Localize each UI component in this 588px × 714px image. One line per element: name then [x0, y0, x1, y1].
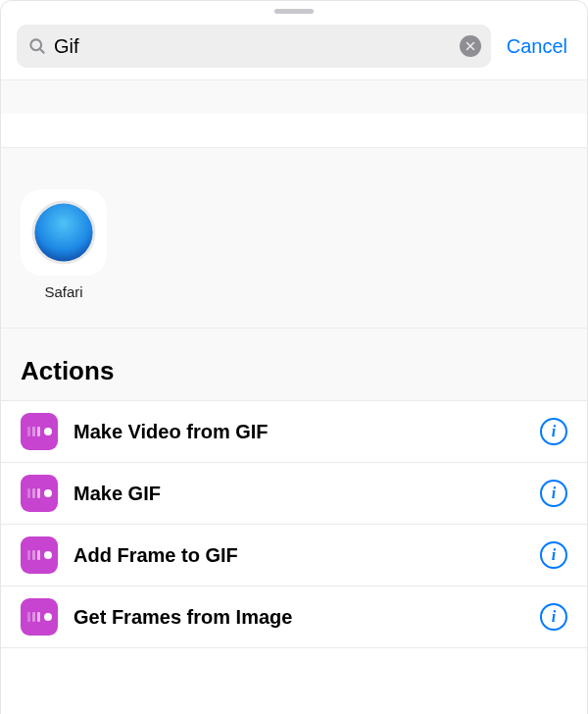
action-label: Make GIF [74, 483, 524, 505]
action-label: Make Video from GIF [74, 421, 524, 443]
info-icon[interactable]: i [540, 541, 567, 569]
search-field[interactable] [17, 25, 491, 68]
actions-list: Make Video from GIF i Make GIF i Add Fra… [1, 400, 587, 648]
app-item-safari[interactable]: Safari [21, 189, 107, 300]
sheet-grabber[interactable] [274, 9, 314, 14]
spacer [1, 80, 587, 114]
apps-section: Safari [1, 147, 587, 329]
action-row-add-frame-to-gif[interactable]: Add Frame to GIF i [1, 524, 587, 586]
action-row-make-gif[interactable]: Make GIF i [1, 462, 587, 524]
svg-line-1 [40, 49, 44, 53]
cancel-button[interactable]: Cancel [503, 35, 571, 58]
search-icon [26, 35, 48, 57]
gif-icon [21, 536, 58, 574]
actions-section-title: Actions [1, 329, 587, 400]
search-input[interactable] [48, 35, 460, 58]
info-icon[interactable]: i [540, 480, 567, 507]
info-icon[interactable]: i [540, 603, 567, 631]
gif-icon [21, 475, 58, 512]
action-search-sheet: Cancel [0, 0, 588, 714]
clear-search-icon[interactable] [460, 35, 481, 57]
gif-icon [21, 598, 58, 636]
action-label: Add Frame to GIF [74, 544, 524, 567]
action-row-make-video-from-gif[interactable]: Make Video from GIF i [1, 400, 587, 462]
action-row-get-frames-from-image[interactable]: Get Frames from Image i [1, 586, 587, 648]
app-label: Safari [44, 283, 82, 300]
action-label: Get Frames from Image [74, 606, 524, 629]
safari-icon [21, 189, 107, 276]
info-icon[interactable]: i [540, 418, 567, 445]
gif-icon [21, 413, 58, 450]
